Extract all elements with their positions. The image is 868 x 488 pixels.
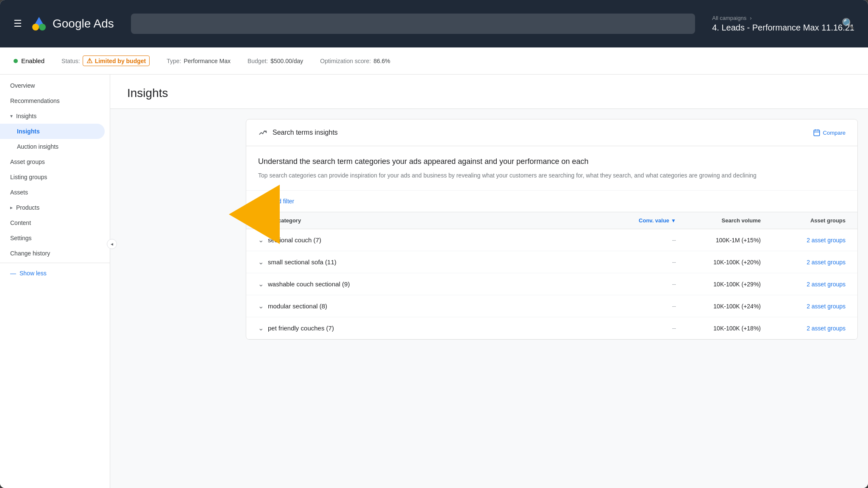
row-volume-2: 10K-100K (+29%) [676, 281, 761, 288]
sidebar-item-assets[interactable]: Assets [0, 185, 105, 200]
page-header: Insights [110, 75, 868, 109]
row-value-2: -- [608, 281, 676, 288]
products-toggle-label: Products [16, 204, 39, 211]
row-value-1: -- [608, 259, 676, 266]
minus-icon: — [10, 270, 16, 277]
sidebar-item-insights[interactable]: Insights [0, 124, 105, 139]
limited-budget-badge[interactable]: ⚠ Limited by budget [83, 55, 150, 66]
yellow-triangle-decoration [229, 185, 280, 244]
search-icon[interactable]: 🔍 [842, 18, 854, 30]
sidebar-item-overview[interactable]: Overview [0, 78, 105, 93]
sidebar-item-asset-groups[interactable]: Asset groups [0, 154, 105, 169]
optimization-value: 86.6% [373, 58, 390, 64]
panel-title: Search terms insights [273, 129, 338, 136]
svg-point-0 [39, 24, 46, 30]
row-category-3: ⌄ modular sectional (8) [258, 302, 608, 310]
sidebar-collapse-arrow[interactable]: ◂ [110, 239, 117, 249]
panel-header: Search terms insights Compare [246, 119, 857, 146]
topbar: ☰ Google Ads All campaigns › 4. Leads - … [0, 0, 868, 47]
filter-row: Add filter [246, 191, 857, 212]
warning-icon: ⚠ [86, 57, 92, 65]
table-row[interactable]: ⌄ modular sectional (8) -- 10K-100K (+24… [246, 295, 857, 317]
row-assets-4: 2 asset groups [761, 325, 846, 332]
optimization-label: Optimization score: [320, 58, 371, 64]
recommendations-label: Recommendations [10, 97, 60, 104]
col-search-category: Search category [258, 217, 608, 224]
panel-desc-title: Understand the search term categories yo… [258, 156, 846, 167]
chevron-right-icon: › [750, 15, 751, 21]
sort-arrow-icon: ▼ [671, 218, 676, 224]
auction-insights-label: Auction insights [17, 143, 58, 150]
insights-label: Insights [17, 128, 40, 135]
compare-button[interactable]: Compare [813, 129, 846, 136]
svg-rect-2 [814, 130, 820, 136]
show-less-label: Show less [19, 270, 47, 277]
row-volume-0: 100K-1M (+15%) [676, 237, 761, 244]
row-value-4: -- [608, 325, 676, 332]
row-category-2: ⌄ washable couch sectional (9) [258, 280, 608, 288]
breadcrumb-parent[interactable]: All campaigns › [712, 15, 854, 21]
budget-label: Budget: [248, 58, 268, 64]
sidebar-item-listing-groups[interactable]: Listing groups [0, 169, 105, 185]
enabled-dot [14, 59, 18, 63]
sidebar: Overview Recommendations ▾ Insights Insi… [0, 75, 110, 488]
col-conv-value-label: Conv. value [639, 217, 669, 224]
assets-label: Assets [10, 189, 28, 196]
row-chevron-1: ⌄ [258, 258, 264, 266]
row-assets-0: 2 asset groups [761, 237, 846, 244]
compare-label: Compare [823, 130, 846, 136]
main-area: Overview Recommendations ▾ Insights Insi… [0, 75, 868, 488]
page-title: Insights [127, 86, 851, 108]
show-less-button[interactable]: — Show less [0, 265, 110, 282]
row-volume-4: 10K-100K (+18%) [676, 325, 761, 332]
insights-panel: Search terms insights Compare U [246, 119, 858, 340]
sidebar-item-settings[interactable]: Settings [0, 230, 105, 246]
products-toggle-arrow: ▸ [10, 205, 13, 211]
sidebar-insights-toggle[interactable]: ▾ Insights [0, 108, 110, 124]
row-value-0: -- [608, 237, 676, 244]
col-search-volume[interactable]: Search volume [676, 217, 761, 224]
enabled-status: Enabled [14, 57, 45, 64]
table-row[interactable]: ⌄ washable couch sectional (9) -- 10K-10… [246, 273, 857, 295]
type-value: Performance Max [184, 58, 230, 64]
col-asset-groups[interactable]: Asset groups [761, 217, 846, 224]
calendar-icon [813, 129, 821, 136]
row-chevron-4: ⌄ [258, 324, 264, 332]
type-item: Type: Performance Max [167, 58, 231, 64]
hamburger-icon[interactable]: ☰ [14, 18, 22, 29]
sidebar-item-change-history[interactable]: Change history [0, 246, 105, 261]
content-area: Insights ◂ Search terms insights [110, 75, 868, 488]
sidebar-item-content[interactable]: Content [0, 215, 105, 230]
insights-toggle-arrow: ▾ [10, 113, 13, 119]
panel-header-left: Search terms insights [258, 128, 338, 137]
overview-label: Overview [10, 82, 35, 89]
limited-budget-text: Limited by budget [95, 58, 146, 64]
sidebar-item-auction-insights[interactable]: Auction insights [0, 139, 105, 154]
row-assets-1: 2 asset groups [761, 259, 846, 266]
table-row[interactable]: ⌄ sectional couch (7) -- 100K-1M (+15%) … [246, 229, 857, 251]
budget-item: Budget: $500.00/day [248, 58, 303, 64]
row-category-text-1: small sectional sofa (11) [268, 258, 337, 266]
breadcrumb-area: All campaigns › 4. Leads - Performance M… [712, 15, 854, 33]
trend-icon [258, 128, 267, 137]
sidebar-products-toggle[interactable]: ▸ Products [0, 200, 110, 215]
sidebar-divider [0, 263, 110, 263]
row-volume-3: 10K-100K (+24%) [676, 303, 761, 310]
status-item: Status: ⚠ Limited by budget [61, 55, 150, 66]
table-row[interactable]: ⌄ small sectional sofa (11) -- 10K-100K … [246, 251, 857, 273]
insights-toggle-label: Insights [16, 113, 36, 119]
budget-value: $500.00/day [270, 58, 303, 64]
search-bar[interactable] [131, 14, 695, 34]
svg-point-1 [32, 24, 39, 30]
row-chevron-3: ⌄ [258, 302, 264, 310]
col-conv-value[interactable]: Conv. value ▼ [608, 217, 676, 224]
app-title: Google Ads [53, 17, 114, 30]
row-category-1: ⌄ small sectional sofa (11) [258, 258, 608, 266]
logo-container: Google Ads [31, 15, 114, 32]
row-category-0: ⌄ sectional couch (7) [258, 236, 608, 244]
panel-description: Understand the search term categories yo… [246, 146, 857, 191]
sidebar-item-recommendations[interactable]: Recommendations [0, 93, 105, 108]
enabled-label: Enabled [21, 57, 45, 64]
settings-label: Settings [10, 235, 32, 241]
table-row[interactable]: ⌄ pet friendly couches (7) -- 10K-100K (… [246, 317, 857, 339]
